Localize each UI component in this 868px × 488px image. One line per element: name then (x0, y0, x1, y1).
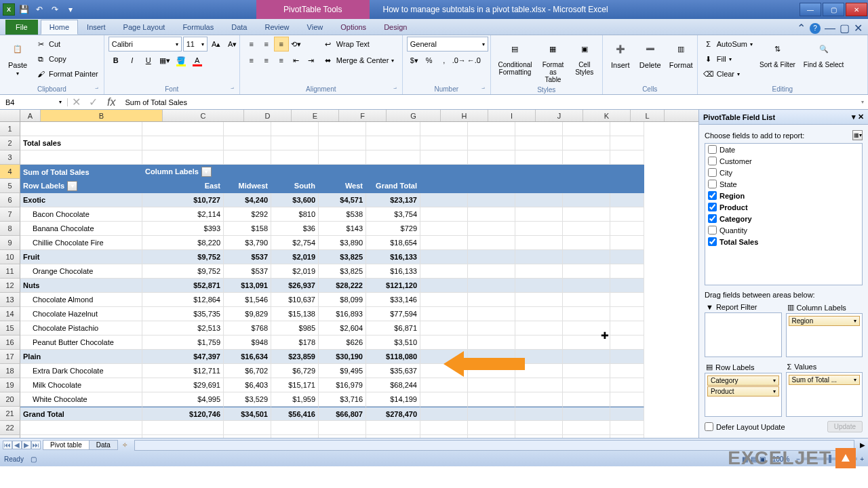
cell[interactable]: $2,513 (142, 321, 224, 336)
cell[interactable]: $16,133 (366, 250, 420, 264)
cell[interactable] (610, 350, 644, 364)
wrap-text-button[interactable]: ↩Wrap Text (321, 37, 396, 52)
cell[interactable] (515, 407, 563, 421)
cell[interactable]: $810 (271, 207, 319, 222)
cell[interactable]: $47,397 (142, 350, 224, 364)
cell[interactable] (468, 407, 515, 421)
align-bottom-icon[interactable]: ≡ (274, 37, 289, 52)
merge-center-button[interactable]: ⬌Merge & Center▾ (321, 53, 396, 68)
cell[interactable] (610, 336, 644, 350)
field-product[interactable]: Product (705, 201, 862, 213)
cell[interactable]: $278,470 (366, 407, 420, 421)
font-size-combo[interactable]: 11▾ (183, 37, 208, 52)
cell[interactable] (468, 350, 515, 364)
tab-insert[interactable]: Insert (78, 20, 115, 35)
cell[interactable] (271, 150, 319, 165)
cell[interactable]: $15,171 (271, 378, 319, 392)
cell[interactable] (563, 136, 610, 150)
row-header[interactable]: 22 (0, 421, 20, 435)
cell[interactable] (468, 264, 515, 279)
cell[interactable]: $23,137 (366, 193, 420, 207)
cell[interactable] (515, 136, 563, 150)
cell[interactable]: $26,937 (271, 279, 319, 293)
format-button[interactable]: ▥Format (667, 37, 696, 70)
next-sheet-icon[interactable]: ▶ (22, 441, 31, 449)
cell[interactable]: $56,416 (271, 407, 319, 421)
cell[interactable]: $1,546 (224, 293, 271, 307)
cell[interactable] (420, 122, 468, 136)
cell[interactable] (20, 150, 142, 165)
cell[interactable]: $3,716 (319, 392, 366, 407)
sort-filter-button[interactable]: ⇅Sort & Filter (757, 37, 798, 70)
cell[interactable]: $626 (319, 336, 366, 350)
cell[interactable] (468, 236, 515, 250)
align-middle-icon[interactable]: ≡ (259, 37, 274, 52)
tab-page-layout[interactable]: Page Layout (115, 20, 174, 35)
cell[interactable] (319, 122, 366, 136)
paste-button[interactable]: 📋 Paste ▾ (4, 37, 31, 78)
cell[interactable] (515, 421, 563, 435)
increase-indent-icon[interactable]: ⇥ (304, 53, 319, 68)
cell[interactable] (224, 150, 271, 165)
cell[interactable]: $3,825 (319, 264, 366, 279)
macro-record-icon[interactable]: ▢ (31, 455, 37, 463)
cell[interactable] (142, 421, 224, 435)
cell[interactable]: $6,403 (224, 378, 271, 392)
cell[interactable] (420, 321, 468, 336)
sheet-tab-data[interactable]: Data (89, 440, 118, 450)
cell[interactable] (468, 421, 515, 435)
cell[interactable] (420, 293, 468, 307)
cell[interactable] (515, 307, 563, 321)
cell[interactable] (420, 435, 468, 438)
fill-button[interactable]: ⬇Fill▾ (702, 52, 754, 66)
format-painter-button[interactable]: 🖌Format Painter (34, 66, 100, 81)
cell[interactable]: $34,501 (224, 407, 271, 421)
cell[interactable] (610, 407, 644, 421)
cell[interactable]: Chocolate Almond (20, 293, 142, 307)
cell[interactable] (224, 122, 271, 136)
cell[interactable] (224, 165, 271, 179)
cell[interactable]: $3,600 (271, 193, 319, 207)
cell[interactable]: Banana Chocolate (20, 222, 142, 236)
cell[interactable]: $16,133 (366, 264, 420, 279)
row-header[interactable]: 21 (0, 407, 20, 421)
cell[interactable]: $6,702 (224, 364, 271, 378)
column-header[interactable]: E (292, 110, 339, 121)
row-header[interactable]: 5 (0, 179, 20, 193)
field-city[interactable]: City (705, 167, 862, 178)
area-pill[interactable]: Category▾ (707, 375, 779, 386)
cell[interactable] (224, 136, 271, 150)
cell[interactable] (468, 378, 515, 392)
field-list-fields[interactable]: DateCustomerCityStateRegionProductCatego… (705, 143, 863, 285)
column-header[interactable]: F (339, 110, 387, 121)
border-button[interactable]: ▦▾ (157, 53, 172, 68)
cell[interactable]: $9,752 (142, 250, 224, 264)
row-header[interactable]: 4 (0, 165, 20, 179)
cell[interactable] (563, 364, 610, 378)
cell[interactable] (468, 136, 515, 150)
cell[interactable]: Chocolate Pistachio (20, 321, 142, 336)
cell[interactable] (319, 136, 366, 150)
area-values[interactable]: ΣValues Sum of Total ...▾ (786, 361, 863, 417)
cell[interactable]: $14,199 (366, 392, 420, 407)
cell[interactable]: $1,959 (271, 392, 319, 407)
format-as-table-button[interactable]: ▦Format as Table (538, 37, 568, 85)
cell[interactable] (515, 279, 563, 293)
cell[interactable]: Exotic (20, 193, 142, 207)
cell[interactable] (420, 207, 468, 222)
cell[interactable]: Total sales (20, 136, 142, 150)
cell[interactable] (468, 279, 515, 293)
cell[interactable]: $36 (271, 222, 319, 236)
cell[interactable] (142, 122, 224, 136)
row-header[interactable]: 23 (0, 435, 20, 438)
tab-design[interactable]: Design (375, 20, 416, 35)
cell[interactable] (563, 250, 610, 264)
cell[interactable] (563, 193, 610, 207)
field-total-sales[interactable]: Total Sales (705, 236, 862, 247)
clear-button[interactable]: ⌫Clear▾ (702, 66, 754, 81)
last-sheet-icon[interactable]: ⏭ (31, 441, 41, 449)
cell[interactable] (610, 136, 644, 150)
cell[interactable]: $35,735 (142, 307, 224, 321)
column-header[interactable]: J (536, 110, 583, 121)
cell[interactable] (515, 150, 563, 165)
